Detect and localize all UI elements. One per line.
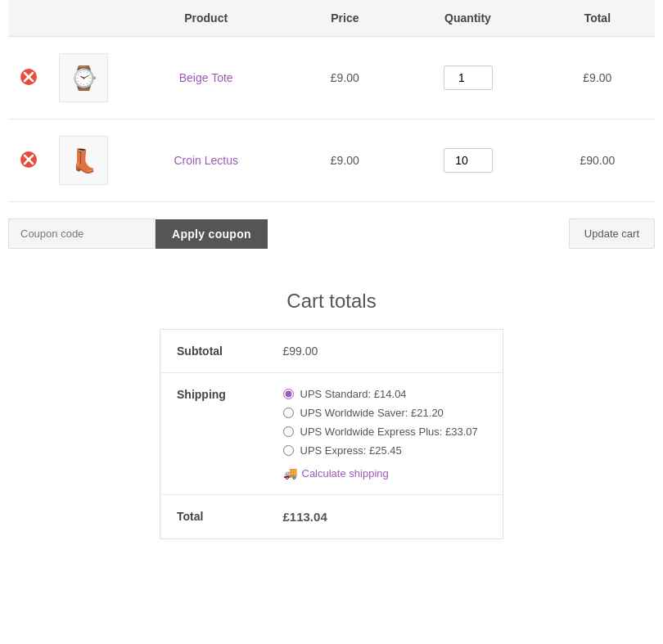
total-cell: £90.00 (540, 119, 655, 202)
apply-coupon-button[interactable]: Apply coupon (156, 219, 268, 249)
product-image: ⌚ (59, 53, 108, 102)
cart-totals-section: Cart totals Subtotal £99.00 Shipping UPS… (8, 290, 655, 539)
price-cell: £9.00 (294, 119, 395, 202)
shipping-radio[interactable] (283, 426, 294, 437)
product-image-cell: 👢 (49, 119, 118, 202)
subtotal-value: £99.00 (267, 330, 503, 373)
remove-cell (8, 37, 49, 119)
table-row: ⌚Beige Tote£9.00£9.00 (8, 37, 655, 119)
shipping-option: UPS Worldwide Saver: £21.20 (283, 407, 487, 419)
table-row: 👢Croin Lectus£9.00£90.00 (8, 119, 655, 202)
shipping-option-label: UPS Standard: £14.04 (300, 388, 407, 400)
shipping-option: UPS Worldwide Express Plus: £33.07 (283, 426, 487, 438)
calculate-shipping-label: Calculate shipping (302, 467, 389, 480)
shipping-radio[interactable] (283, 408, 294, 418)
total-label: Total (160, 495, 267, 539)
quantity-cell (395, 119, 539, 202)
product-name-link[interactable]: Croin Lectus (174, 154, 238, 167)
col-header-total: Total (540, 0, 655, 37)
subtotal-row: Subtotal £99.00 (160, 330, 503, 373)
shipping-option-label: UPS Express: £25.45 (300, 444, 402, 457)
quantity-input[interactable] (444, 148, 493, 173)
shipping-row: Shipping UPS Standard: £14.04 UPS Worldw… (160, 373, 503, 495)
total-value: £113.04 (267, 495, 503, 539)
shipping-option: UPS Standard: £14.04 (283, 388, 487, 400)
shipping-radio[interactable] (283, 389, 294, 399)
col-header-price: Price (294, 0, 395, 37)
remove-item-button[interactable] (20, 151, 38, 169)
quantity-cell (395, 37, 539, 119)
cart-table: Product Price Quantity Total ⌚Beige Tote… (8, 0, 655, 202)
total-row: Total £113.04 (160, 495, 503, 539)
calculate-shipping-link[interactable]: 🚚 Calculate shipping (283, 466, 389, 480)
col-header-quantity: Quantity (395, 0, 539, 37)
cart-totals-title: Cart totals (286, 290, 376, 313)
col-header-product: Product (118, 0, 294, 37)
product-image-cell: ⌚ (49, 37, 118, 119)
product-name-cell: Beige Tote (118, 37, 294, 119)
coupon-input[interactable] (8, 218, 156, 249)
shipping-radio[interactable] (283, 445, 294, 456)
shipping-options-list: UPS Standard: £14.04 UPS Worldwide Saver… (283, 388, 487, 457)
shipping-option-label: UPS Worldwide Saver: £21.20 (300, 407, 444, 419)
cart-totals-table: Subtotal £99.00 Shipping UPS Standard: £… (160, 329, 503, 539)
price-cell: £9.00 (294, 37, 395, 119)
product-image: 👢 (59, 136, 108, 185)
truck-icon: 🚚 (283, 466, 297, 480)
col-header-remove (8, 0, 49, 37)
remove-cell (8, 119, 49, 202)
coupon-section: Apply coupon (8, 218, 268, 249)
subtotal-label: Subtotal (160, 330, 267, 373)
product-name-link[interactable]: Beige Tote (179, 71, 233, 84)
product-name-cell: Croin Lectus (118, 119, 294, 202)
coupon-row: Apply coupon Update cart (8, 202, 655, 265)
shipping-option-label: UPS Worldwide Express Plus: £33.07 (300, 426, 478, 438)
update-cart-button[interactable]: Update cart (569, 218, 655, 249)
col-header-image (49, 0, 118, 37)
quantity-input[interactable] (444, 65, 493, 90)
shipping-option: UPS Express: £25.45 (283, 444, 487, 457)
remove-item-button[interactable] (20, 68, 38, 86)
shipping-options-cell: UPS Standard: £14.04 UPS Worldwide Saver… (267, 373, 503, 495)
shipping-label: Shipping (160, 373, 267, 495)
total-cell: £9.00 (540, 37, 655, 119)
